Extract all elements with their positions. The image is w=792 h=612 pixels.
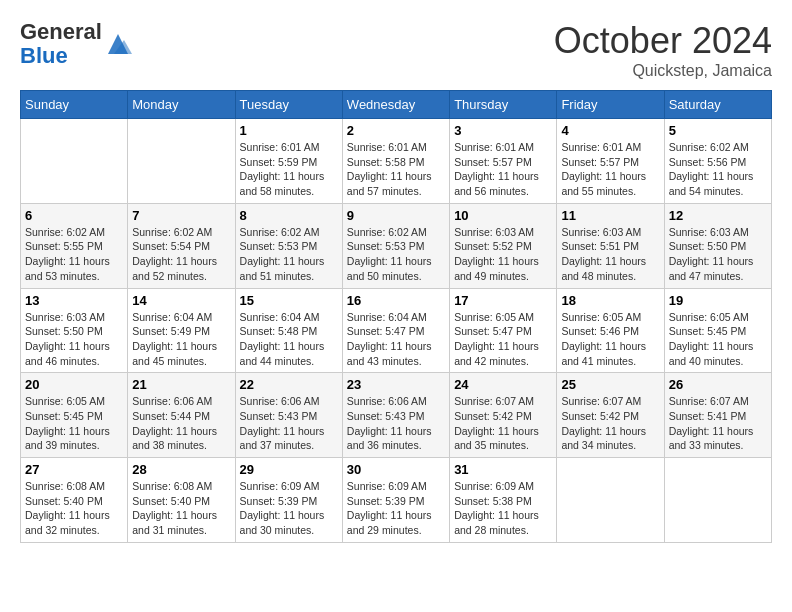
calendar-cell: 2Sunrise: 6:01 AM Sunset: 5:58 PM Daylig… (342, 119, 449, 204)
weekday-header-row: SundayMondayTuesdayWednesdayThursdayFrid… (21, 91, 772, 119)
day-number: 1 (240, 123, 338, 138)
calendar-cell: 15Sunrise: 6:04 AM Sunset: 5:48 PM Dayli… (235, 288, 342, 373)
day-info: Sunrise: 6:07 AM Sunset: 5:42 PM Dayligh… (561, 394, 659, 453)
calendar-table: SundayMondayTuesdayWednesdayThursdayFrid… (20, 90, 772, 543)
day-number: 16 (347, 293, 445, 308)
title-block: October 2024 Quickstep, Jamaica (554, 20, 772, 80)
calendar-cell: 13Sunrise: 6:03 AM Sunset: 5:50 PM Dayli… (21, 288, 128, 373)
day-info: Sunrise: 6:09 AM Sunset: 5:39 PM Dayligh… (347, 479, 445, 538)
day-number: 12 (669, 208, 767, 223)
week-row-0: 1Sunrise: 6:01 AM Sunset: 5:59 PM Daylig… (21, 119, 772, 204)
day-number: 4 (561, 123, 659, 138)
day-info: Sunrise: 6:06 AM Sunset: 5:43 PM Dayligh… (347, 394, 445, 453)
day-number: 21 (132, 377, 230, 392)
day-info: Sunrise: 6:08 AM Sunset: 5:40 PM Dayligh… (25, 479, 123, 538)
calendar-cell: 3Sunrise: 6:01 AM Sunset: 5:57 PM Daylig… (450, 119, 557, 204)
calendar-cell: 5Sunrise: 6:02 AM Sunset: 5:56 PM Daylig… (664, 119, 771, 204)
day-info: Sunrise: 6:04 AM Sunset: 5:48 PM Dayligh… (240, 310, 338, 369)
calendar-cell: 8Sunrise: 6:02 AM Sunset: 5:53 PM Daylig… (235, 203, 342, 288)
logo-icon (104, 30, 132, 58)
day-info: Sunrise: 6:05 AM Sunset: 5:47 PM Dayligh… (454, 310, 552, 369)
calendar-cell: 19Sunrise: 6:05 AM Sunset: 5:45 PM Dayli… (664, 288, 771, 373)
week-row-3: 20Sunrise: 6:05 AM Sunset: 5:45 PM Dayli… (21, 373, 772, 458)
day-number: 28 (132, 462, 230, 477)
day-info: Sunrise: 6:02 AM Sunset: 5:56 PM Dayligh… (669, 140, 767, 199)
day-info: Sunrise: 6:05 AM Sunset: 5:45 PM Dayligh… (25, 394, 123, 453)
day-info: Sunrise: 6:01 AM Sunset: 5:57 PM Dayligh… (561, 140, 659, 199)
calendar-cell: 24Sunrise: 6:07 AM Sunset: 5:42 PM Dayli… (450, 373, 557, 458)
logo-general-text: General (20, 19, 102, 44)
weekday-header-tuesday: Tuesday (235, 91, 342, 119)
day-number: 14 (132, 293, 230, 308)
calendar-cell: 27Sunrise: 6:08 AM Sunset: 5:40 PM Dayli… (21, 458, 128, 543)
day-number: 10 (454, 208, 552, 223)
day-number: 20 (25, 377, 123, 392)
day-info: Sunrise: 6:07 AM Sunset: 5:42 PM Dayligh… (454, 394, 552, 453)
day-info: Sunrise: 6:01 AM Sunset: 5:59 PM Dayligh… (240, 140, 338, 199)
day-number: 3 (454, 123, 552, 138)
logo: General Blue (20, 20, 132, 68)
day-info: Sunrise: 6:03 AM Sunset: 5:52 PM Dayligh… (454, 225, 552, 284)
day-info: Sunrise: 6:05 AM Sunset: 5:46 PM Dayligh… (561, 310, 659, 369)
location: Quickstep, Jamaica (554, 62, 772, 80)
day-info: Sunrise: 6:06 AM Sunset: 5:44 PM Dayligh… (132, 394, 230, 453)
calendar-cell: 1Sunrise: 6:01 AM Sunset: 5:59 PM Daylig… (235, 119, 342, 204)
weekday-header-wednesday: Wednesday (342, 91, 449, 119)
day-info: Sunrise: 6:01 AM Sunset: 5:58 PM Dayligh… (347, 140, 445, 199)
day-number: 13 (25, 293, 123, 308)
calendar-cell: 26Sunrise: 6:07 AM Sunset: 5:41 PM Dayli… (664, 373, 771, 458)
day-info: Sunrise: 6:07 AM Sunset: 5:41 PM Dayligh… (669, 394, 767, 453)
day-number: 11 (561, 208, 659, 223)
calendar-cell (21, 119, 128, 204)
day-number: 7 (132, 208, 230, 223)
day-info: Sunrise: 6:04 AM Sunset: 5:49 PM Dayligh… (132, 310, 230, 369)
day-number: 29 (240, 462, 338, 477)
day-number: 2 (347, 123, 445, 138)
day-info: Sunrise: 6:04 AM Sunset: 5:47 PM Dayligh… (347, 310, 445, 369)
calendar-cell (664, 458, 771, 543)
day-number: 19 (669, 293, 767, 308)
week-row-1: 6Sunrise: 6:02 AM Sunset: 5:55 PM Daylig… (21, 203, 772, 288)
calendar-cell: 20Sunrise: 6:05 AM Sunset: 5:45 PM Dayli… (21, 373, 128, 458)
day-info: Sunrise: 6:02 AM Sunset: 5:53 PM Dayligh… (240, 225, 338, 284)
calendar-cell: 17Sunrise: 6:05 AM Sunset: 5:47 PM Dayli… (450, 288, 557, 373)
day-number: 31 (454, 462, 552, 477)
day-number: 8 (240, 208, 338, 223)
day-info: Sunrise: 6:03 AM Sunset: 5:50 PM Dayligh… (25, 310, 123, 369)
weekday-header-sunday: Sunday (21, 91, 128, 119)
calendar-cell: 21Sunrise: 6:06 AM Sunset: 5:44 PM Dayli… (128, 373, 235, 458)
calendar-cell: 9Sunrise: 6:02 AM Sunset: 5:53 PM Daylig… (342, 203, 449, 288)
day-number: 17 (454, 293, 552, 308)
calendar-cell: 18Sunrise: 6:05 AM Sunset: 5:46 PM Dayli… (557, 288, 664, 373)
weekday-header-friday: Friday (557, 91, 664, 119)
calendar-cell: 11Sunrise: 6:03 AM Sunset: 5:51 PM Dayli… (557, 203, 664, 288)
day-number: 5 (669, 123, 767, 138)
day-number: 25 (561, 377, 659, 392)
logo-blue-text: Blue (20, 43, 68, 68)
page-header: General Blue October 2024 Quickstep, Jam… (20, 20, 772, 80)
day-number: 30 (347, 462, 445, 477)
weekday-header-saturday: Saturday (664, 91, 771, 119)
calendar-cell: 23Sunrise: 6:06 AM Sunset: 5:43 PM Dayli… (342, 373, 449, 458)
calendar-cell: 25Sunrise: 6:07 AM Sunset: 5:42 PM Dayli… (557, 373, 664, 458)
month-title: October 2024 (554, 20, 772, 62)
weekday-header-monday: Monday (128, 91, 235, 119)
calendar-cell: 4Sunrise: 6:01 AM Sunset: 5:57 PM Daylig… (557, 119, 664, 204)
day-info: Sunrise: 6:03 AM Sunset: 5:51 PM Dayligh… (561, 225, 659, 284)
calendar-cell: 29Sunrise: 6:09 AM Sunset: 5:39 PM Dayli… (235, 458, 342, 543)
day-info: Sunrise: 6:09 AM Sunset: 5:39 PM Dayligh… (240, 479, 338, 538)
calendar-cell: 7Sunrise: 6:02 AM Sunset: 5:54 PM Daylig… (128, 203, 235, 288)
calendar-cell: 6Sunrise: 6:02 AM Sunset: 5:55 PM Daylig… (21, 203, 128, 288)
day-number: 24 (454, 377, 552, 392)
calendar-cell: 28Sunrise: 6:08 AM Sunset: 5:40 PM Dayli… (128, 458, 235, 543)
calendar-cell (128, 119, 235, 204)
day-info: Sunrise: 6:01 AM Sunset: 5:57 PM Dayligh… (454, 140, 552, 199)
week-row-4: 27Sunrise: 6:08 AM Sunset: 5:40 PM Dayli… (21, 458, 772, 543)
day-number: 22 (240, 377, 338, 392)
calendar-cell: 16Sunrise: 6:04 AM Sunset: 5:47 PM Dayli… (342, 288, 449, 373)
calendar-cell: 30Sunrise: 6:09 AM Sunset: 5:39 PM Dayli… (342, 458, 449, 543)
week-row-2: 13Sunrise: 6:03 AM Sunset: 5:50 PM Dayli… (21, 288, 772, 373)
calendar-cell: 22Sunrise: 6:06 AM Sunset: 5:43 PM Dayli… (235, 373, 342, 458)
day-number: 15 (240, 293, 338, 308)
calendar-cell: 31Sunrise: 6:09 AM Sunset: 5:38 PM Dayli… (450, 458, 557, 543)
